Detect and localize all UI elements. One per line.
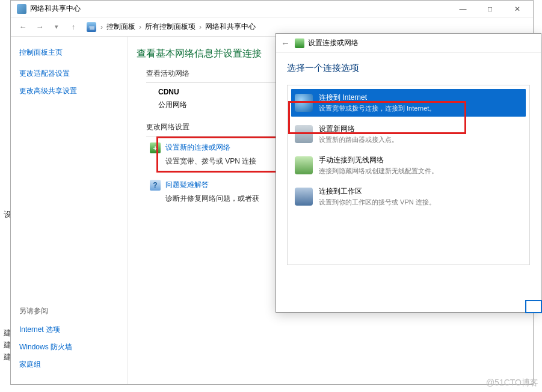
dialog-back[interactable]: ←: [281, 38, 290, 48]
watermark: @51CTO博客: [486, 378, 538, 388]
router-icon: [295, 125, 313, 143]
nav-chevron-down[interactable]: ▾: [48, 20, 65, 34]
opt-title: 连接到 Internet: [319, 93, 436, 103]
see-also-internet-options[interactable]: Internet 选项: [19, 325, 119, 335]
option-setup-network[interactable]: 设置新网络 设置新的路由器或接入点。: [291, 120, 526, 148]
nav-forward[interactable]: →: [31, 20, 48, 34]
connection-options-list: 连接到 Internet 设置宽带或拨号连接，连接到 Internet。 设置新…: [287, 85, 530, 265]
bc-sep: ›: [99, 23, 105, 31]
minimize-button[interactable]: —: [449, 2, 476, 16]
bc-network-center[interactable]: 网络和共享中心: [203, 22, 257, 32]
dialog-icon: [295, 38, 304, 48]
opt-title: 手动连接到无线网络: [319, 155, 438, 165]
option-new-connection-title[interactable]: 设置新的连接或网络: [165, 143, 230, 152]
opt-desc: 连接到隐藏网络或创建新无线配置文件。: [319, 167, 438, 176]
nav-up[interactable]: ↑: [65, 20, 82, 34]
network-icon: [17, 4, 26, 14]
bc-control-panel[interactable]: 控制面板: [105, 22, 137, 32]
option-manual-wifi[interactable]: 手动连接到无线网络 连接到隐藏网络或创建新无线配置文件。: [291, 152, 526, 179]
globe-icon: [295, 94, 313, 112]
workplace-icon: [295, 188, 313, 206]
see-also-label: 另请参阅: [19, 306, 119, 316]
sidebar: 控制面板主页 更改适配器设置 更改高级共享设置 另请参阅 Internet 选项…: [11, 37, 128, 384]
plus-net-icon: [150, 142, 161, 153]
control-panel-icon: [87, 22, 96, 32]
nav-back[interactable]: ←: [14, 20, 31, 34]
see-also-firewall[interactable]: Windows 防火墙: [19, 342, 119, 352]
option-workplace[interactable]: 连接到工作区 设置到你的工作区的拨号或 VPN 连接。: [291, 183, 526, 210]
opt-title: 连接到工作区: [319, 186, 436, 197]
titlebar: 网络和共享中心 — □ ✕: [11, 1, 533, 17]
bc-sep: ›: [137, 23, 143, 31]
bc-all-items[interactable]: 所有控制面板项: [143, 22, 197, 32]
bc-sep: ›: [197, 23, 203, 31]
dialog-title: 设置连接或网络: [308, 38, 359, 48]
opt-desc: 设置到你的工作区的拨号或 VPN 连接。: [319, 198, 436, 207]
option-troubleshoot-title[interactable]: 问题疑难解答: [165, 180, 209, 189]
close-button[interactable]: ✕: [504, 2, 531, 16]
opt-desc: 设置新的路由器或接入点。: [319, 135, 398, 144]
option-troubleshoot-desc: 诊断并修复网络问题，或者获: [165, 194, 259, 204]
window-title: 网络和共享中心: [30, 4, 449, 14]
option-new-connection-desc: 设置宽带、拨号或 VPN 连接: [165, 156, 256, 167]
opt-title: 设置新网络: [319, 124, 398, 134]
dialog-header: ← 设置连接或网络: [276, 34, 541, 53]
wifi-icon: [295, 156, 313, 174]
sidebar-home[interactable]: 控制面板主页: [19, 47, 119, 58]
sidebar-link-sharing[interactable]: 更改高级共享设置: [19, 86, 119, 96]
focus-indicator: [525, 300, 542, 313]
setup-connection-dialog: ← 设置连接或网络 选择一个连接选项 连接到 Internet 设置宽带或拨号连…: [276, 33, 541, 313]
breadcrumb[interactable]: › 控制面板 › 所有控制面板项 › 网络和共享中心: [84, 22, 257, 32]
troubleshoot-icon: [150, 180, 161, 191]
opt-desc: 设置宽带或拨号连接，连接到 Internet。: [319, 104, 436, 113]
sidebar-link-adapter[interactable]: 更改适配器设置: [19, 69, 119, 79]
maximize-button[interactable]: □: [476, 2, 504, 16]
dialog-heading: 选择一个连接选项: [287, 63, 530, 74]
see-also-homegroup[interactable]: 家庭组: [19, 360, 119, 370]
option-connect-internet[interactable]: 连接到 Internet 设置宽带或拨号连接，连接到 Internet。: [291, 89, 526, 117]
